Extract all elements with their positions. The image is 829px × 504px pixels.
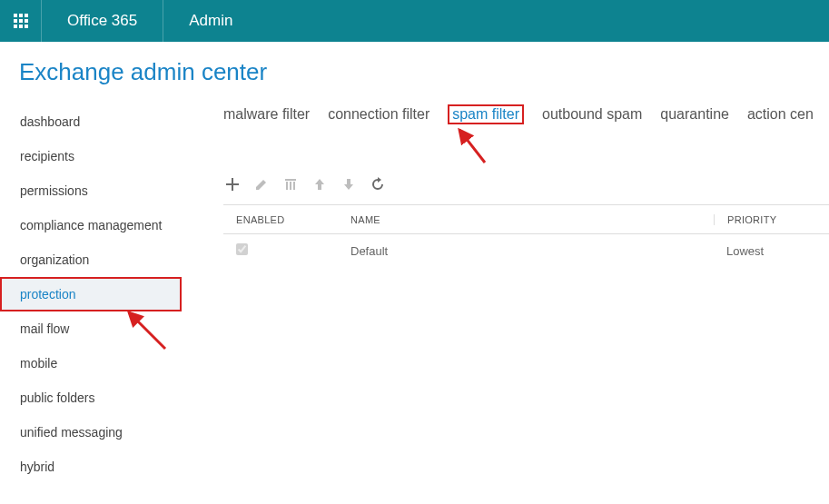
svg-rect-7 — [19, 25, 23, 28]
refresh-icon — [370, 177, 385, 192]
svg-rect-2 — [25, 14, 28, 17]
annotation-arrow-tab — [449, 123, 494, 168]
col-header-enabled[interactable]: ENABLED — [223, 214, 350, 225]
tab-malware-filter[interactable]: malware filter — [223, 104, 310, 124]
col-header-priority[interactable]: PRIORITY — [714, 214, 829, 225]
tab-spam-filter[interactable]: spam filter — [448, 104, 524, 124]
cell-name: Default — [350, 244, 714, 258]
svg-rect-13 — [290, 182, 291, 190]
table-header: ENABLED NAME PRIORITY — [223, 205, 829, 234]
sidebar-item-unified-messaging[interactable]: unified messaging — [0, 415, 182, 450]
tab-bar: malware filter connection filter spam fi… — [223, 104, 829, 124]
arrow-up-icon — [312, 177, 327, 192]
col-header-name[interactable]: NAME — [350, 214, 714, 225]
brand-label[interactable]: Office 365 — [42, 0, 163, 42]
tab-action-center[interactable]: action cen — [747, 104, 814, 124]
svg-rect-14 — [293, 182, 295, 190]
trash-icon — [283, 177, 298, 192]
table-row[interactable]: Default Lowest — [223, 234, 829, 267]
sidebar-item-permissions[interactable]: permissions — [0, 173, 182, 208]
waffle-icon — [14, 14, 28, 28]
move-down-button[interactable] — [340, 175, 358, 193]
svg-rect-3 — [14, 19, 17, 23]
svg-rect-6 — [14, 25, 17, 28]
admin-label[interactable]: Admin — [163, 0, 258, 42]
svg-rect-4 — [19, 19, 23, 23]
enabled-checkbox[interactable] — [236, 243, 248, 255]
move-up-button[interactable] — [311, 175, 329, 193]
arrow-down-icon — [341, 177, 356, 192]
svg-rect-15 — [285, 179, 296, 181]
sidebar-item-compliance[interactable]: compliance management — [0, 208, 182, 242]
sidebar-item-mailflow[interactable]: mail flow — [0, 311, 182, 346]
svg-rect-1 — [19, 14, 23, 17]
svg-rect-12 — [286, 182, 288, 190]
sidebar-item-protection[interactable]: protection — [0, 277, 182, 311]
sidebar-item-organization[interactable]: organization — [0, 242, 182, 277]
sidebar-item-recipients[interactable]: recipients — [0, 139, 182, 173]
cell-priority: Lowest — [714, 244, 829, 258]
svg-rect-5 — [25, 19, 28, 23]
cell-enabled — [223, 243, 350, 258]
app-launcher-button[interactable] — [0, 0, 42, 42]
tab-connection-filter[interactable]: connection filter — [328, 104, 429, 124]
main-content: malware filter connection filter spam fi… — [182, 99, 829, 504]
plus-icon — [225, 177, 240, 192]
pencil-icon — [254, 177, 269, 192]
policy-table: ENABLED NAME PRIORITY Default Lowest — [223, 204, 829, 267]
topbar: Office 365 Admin — [0, 0, 829, 42]
sidebar-item-mobile[interactable]: mobile — [0, 346, 182, 380]
add-button[interactable] — [223, 175, 242, 193]
refresh-button[interactable] — [369, 175, 387, 193]
delete-button[interactable] — [281, 175, 300, 193]
sidebar: dashboard recipients permissions complia… — [0, 99, 182, 504]
sidebar-item-dashboard[interactable]: dashboard — [0, 104, 182, 139]
page-title: Exchange admin center — [0, 42, 829, 86]
sidebar-item-hybrid[interactable]: hybrid — [0, 450, 182, 484]
edit-button[interactable] — [252, 175, 271, 193]
toolbar — [223, 175, 829, 193]
tab-outbound-spam[interactable]: outbound spam — [542, 104, 642, 124]
tab-quarantine[interactable]: quarantine — [660, 104, 729, 124]
svg-line-9 — [459, 130, 485, 163]
sidebar-item-public-folders[interactable]: public folders — [0, 380, 182, 415]
svg-rect-8 — [25, 25, 28, 28]
svg-rect-11 — [226, 183, 239, 185]
svg-rect-0 — [14, 14, 17, 17]
